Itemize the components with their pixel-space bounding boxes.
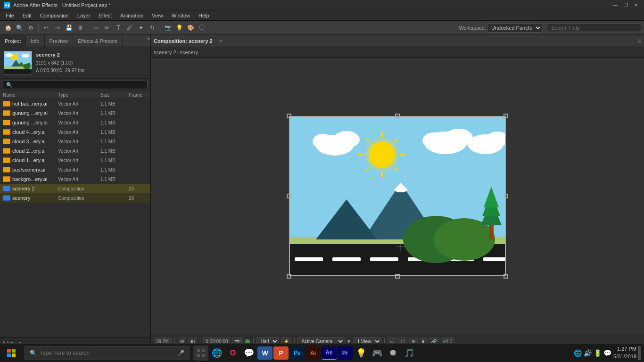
list-item[interactable]: cloud 3...ery.ai Vector Art 1.1 MB <box>0 137 150 146</box>
panel-options-icon[interactable]: ≡ <box>147 35 150 47</box>
list-item[interactable]: cloud 4...ery.ai Vector Art 1.1 MB <box>0 127 150 137</box>
maximize-button[interactable]: ❐ <box>621 2 630 8</box>
toolbar-btn-home[interactable]: 🏠 <box>3 23 13 33</box>
handle-bottom-mid[interactable] <box>395 274 400 279</box>
close-button[interactable]: ✕ <box>632 2 640 8</box>
tab-info[interactable]: Info <box>26 35 44 47</box>
menu-window[interactable]: Window <box>168 12 194 19</box>
toolbar-btn-undo[interactable]: ↩ <box>41 23 51 33</box>
breadcrumb-scenery2[interactable]: scenery 2 <box>154 49 176 55</box>
list-item-scenery2[interactable]: scenery 2 Composition 29 <box>0 184 150 193</box>
file-icon <box>3 120 10 125</box>
comp-info: scenery 2 1191 x 842 (1.00) Δ 0;00;30;00… <box>36 51 84 74</box>
taskbar-app-game[interactable]: 🎮 <box>370 346 385 361</box>
list-item[interactable]: gunung ...ery.ai Vector Art 1.1 MB <box>0 118 150 127</box>
list-item[interactable]: gunung ...ery.ai Vector Art 1.1 MB <box>0 108 150 118</box>
composition-viewer[interactable] <box>151 58 644 335</box>
menu-animation[interactable]: Animation <box>116 12 147 19</box>
list-item[interactable]: hot bal...nery.ai Vector Art 1.1 MB <box>0 99 150 108</box>
handle-top-mid[interactable] <box>395 114 400 118</box>
toolbar-btn-pen2[interactable]: 🖊 <box>124 23 135 33</box>
handle-bottom-left[interactable] <box>287 274 291 279</box>
title-bar-controls[interactable]: — ❐ ✕ <box>611 2 640 8</box>
project-search-bar <box>0 79 150 91</box>
file-icon <box>3 167 10 173</box>
menu-effect[interactable]: Effect <box>95 12 116 19</box>
clock-time: 1:27 PM <box>613 346 636 353</box>
list-item[interactable]: cloud 2...ery.ai Vector Art 1.1 MB <box>0 146 150 156</box>
taskbar-app-ae[interactable]: Ae <box>322 346 337 360</box>
tab-project[interactable]: Project <box>0 35 26 47</box>
taskbar-network-icon[interactable]: 🌐 <box>574 349 582 357</box>
menu-composition[interactable]: Composition <box>36 12 73 19</box>
file-size: 1.1 MB <box>100 139 129 144</box>
taskbar-search-input[interactable] <box>40 350 174 356</box>
taskbar-action-center[interactable]: 💬 <box>603 349 611 357</box>
taskbar-app-chrome[interactable]: 🌐 <box>209 346 224 361</box>
toolbar-btn-stroke[interactable]: 〇 <box>197 23 207 33</box>
list-item[interactable]: bus/scenery.ai Vector Art 1.1 MB <box>0 165 150 174</box>
handle-bottom-right[interactable] <box>504 274 508 279</box>
handle-mid-left[interactable] <box>287 194 291 198</box>
taskbar-start-button[interactable] <box>0 344 23 362</box>
list-item-scenery[interactable]: scenery Composition 29 <box>0 193 150 203</box>
menu-file[interactable]: File <box>2 12 18 19</box>
svg-point-5 <box>22 54 29 58</box>
project-search-input[interactable] <box>3 81 148 89</box>
file-name: bus/scenery.ai <box>12 167 58 173</box>
toolbar-btn-text[interactable]: T <box>113 23 124 33</box>
menu-view[interactable]: View <box>148 12 167 19</box>
taskbar-clock[interactable]: 1:27 PM 5/31/2019 <box>613 346 636 360</box>
handle-mid-right[interactable] <box>504 194 508 198</box>
file-list-header: Name Type Size Frame <box>0 91 150 99</box>
comp-panel-options[interactable]: ≡ <box>638 38 641 44</box>
menu-help[interactable]: Help <box>195 12 213 19</box>
taskbar-show-desktop[interactable] <box>638 346 641 360</box>
taskbar-app-powerpoint[interactable]: P <box>273 346 289 360</box>
file-size: 1.1 MB <box>100 130 129 135</box>
menu-edit[interactable]: Edit <box>19 12 35 19</box>
taskbar-app-bulb[interactable]: 💡 <box>354 346 369 361</box>
list-item[interactable]: cloud 1...ery.ai Vector Art 1.1 MB <box>0 156 150 165</box>
handle-top-right[interactable] <box>504 114 508 118</box>
toolbar-btn-save[interactable]: 💾 <box>64 23 74 33</box>
toolbar-btn-settings[interactable]: ⚙ <box>25 23 36 33</box>
taskbar-app-discord[interactable]: 💬 <box>241 346 256 361</box>
svg-point-21 <box>369 141 395 168</box>
taskbar-app-record[interactable]: ⏺ <box>386 346 401 361</box>
toolbar-btn-rotate[interactable]: ↻ <box>147 23 157 33</box>
workspace-dropdown[interactable]: Undocked Panels <box>487 23 542 33</box>
minimize-button[interactable]: — <box>611 2 619 8</box>
breadcrumb-scenery[interactable]: scenery <box>180 49 198 55</box>
taskbar-mic-icon[interactable]: 🎤 <box>177 350 184 356</box>
toolbar-btn-pen[interactable]: ✏ <box>102 23 112 33</box>
taskbar-app-ps[interactable]: Ps <box>289 346 305 360</box>
taskbar-battery-icon[interactable]: 🔋 <box>594 349 602 357</box>
taskbar-app-ai[interactable]: Ai <box>305 346 321 360</box>
toolbar-btn-anchor[interactable]: ✦ <box>136 23 146 33</box>
toolbar-btn-redo[interactable]: ↪ <box>52 23 63 33</box>
taskbar-volume-icon[interactable]: 🔊 <box>584 349 592 357</box>
tab-effects-presets[interactable]: Effects & Presets <box>73 35 123 47</box>
menu-layer[interactable]: Layer <box>74 12 94 19</box>
tab-preview[interactable]: Preview <box>45 35 73 47</box>
taskbar-app-grid[interactable] <box>193 346 208 361</box>
taskbar-app-opera[interactable]: O <box>225 346 240 361</box>
toolbar-btn-fill[interactable]: 🎨 <box>185 23 196 33</box>
taskbar-app-pr[interactable]: Pr <box>338 346 353 360</box>
toolbar-btn-settings2[interactable]: ⚙ <box>75 23 85 33</box>
taskbar-search-bar[interactable]: 🔍 🎤 <box>25 346 190 360</box>
title-bar: Ae Adobe After Effects - Untitled Projec… <box>0 0 644 10</box>
col-type-header: Type <box>58 92 100 98</box>
file-frame: 29 <box>129 196 148 201</box>
list-item[interactable]: backgro...ery.ai Vector Art 1.1 MB <box>0 174 150 184</box>
search-help-input[interactable] <box>547 24 641 32</box>
svg-rect-43 <box>489 225 494 239</box>
handle-top-left[interactable] <box>287 114 291 118</box>
toolbar-btn-light[interactable]: 💡 <box>174 23 184 33</box>
toolbar-btn-cam[interactable]: 📷 <box>163 23 173 33</box>
toolbar-btn-rect[interactable]: ▭ <box>91 23 101 33</box>
taskbar-app-word[interactable]: W <box>257 346 272 360</box>
taskbar-app-music[interactable]: 🎵 <box>402 346 417 361</box>
toolbar-btn-search[interactable]: 🔍 <box>14 23 25 33</box>
